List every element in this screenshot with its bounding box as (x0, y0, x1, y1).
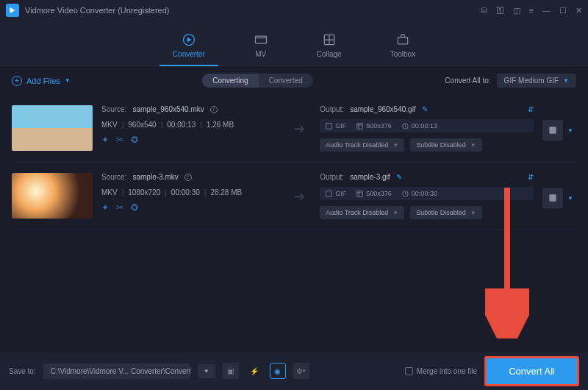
info-icon[interactable]: i (210, 106, 218, 113)
output-format: GIF (335, 190, 346, 197)
output-format-button[interactable]: GIF (542, 120, 563, 141)
svg-rect-3 (398, 38, 407, 44)
audio-track-select[interactable]: Audio Track Disabled▼ (320, 206, 404, 219)
file-item: Source: sample_960x540.mkv i MKV| 960x54… (12, 95, 576, 163)
arrow-icon: ➔ (288, 173, 311, 219)
output-format: GIF (335, 122, 346, 130)
main-nav: Converter MV Collage Toolbox (0, 21, 588, 66)
video-thumbnail[interactable] (12, 105, 93, 151)
svg-rect-10 (357, 191, 363, 196)
enhance-icon[interactable]: ✪ (131, 202, 138, 213)
chevron-down-icon: ▼ (470, 210, 476, 216)
sub-toolbar: + Add Files ▼ Converting Converted Conve… (0, 66, 588, 95)
source-size: 1.26 MB (207, 121, 234, 129)
nav-toolbox[interactable]: Toolbox (384, 29, 421, 65)
output-format-button[interactable]: GIF (542, 188, 563, 208)
add-files-button[interactable]: + Add Files ▼ (12, 76, 71, 86)
audio-track-select[interactable]: Audio Track Disabled▼ (320, 138, 404, 152)
svg-rect-1 (255, 36, 266, 43)
svg-text:GIF: GIF (551, 131, 555, 134)
feedback-icon[interactable]: ◫ (513, 6, 520, 15)
output-label: Output: (320, 173, 344, 181)
nav-converter[interactable]: Converter (167, 29, 211, 65)
format-dropdown-icon[interactable]: ▼ (564, 127, 576, 134)
key-icon[interactable]: ⚿ (496, 6, 504, 15)
add-files-label: Add Files (26, 77, 60, 85)
convert-target-value: GIF Medium GIF (504, 77, 559, 85)
checkbox-icon (405, 367, 413, 375)
output-resolution: 500x376 (366, 122, 392, 130)
nav-mv-label: MV (255, 50, 266, 58)
tab-converted[interactable]: Converted (259, 74, 313, 88)
file-list: Source: sample_960x540.mkv i MKV| 960x54… (0, 95, 588, 230)
source-meta: MKV| 1080x720| 00:00:30| 28.28 MB (101, 188, 279, 196)
source-duration: 00:00:30 (171, 188, 200, 196)
video-thumbnail[interactable] (12, 173, 93, 219)
source-label: Source: (101, 105, 126, 113)
svg-rect-9 (326, 191, 332, 196)
output-info: GIF 500x376 00:00:13 (320, 119, 534, 132)
source-size: 28.28 MB (210, 188, 242, 196)
menu-icon[interactable]: ≡ (529, 6, 534, 15)
source-resolution: 960x540 (128, 121, 156, 129)
svg-text:GIF: GIF (551, 199, 555, 202)
edit-name-icon[interactable]: ✎ (396, 173, 402, 181)
edit-name-icon[interactable]: ✎ (422, 105, 428, 113)
save-path-field[interactable]: C:\Vidmore\Vidmore V... Converter\Conver… (43, 364, 190, 379)
enhance-icon[interactable]: ✪ (131, 135, 138, 145)
source-filename: sample-3.mkv (132, 173, 178, 181)
nav-mv[interactable]: MV (248, 29, 274, 65)
compress-icon[interactable]: ⇵ (528, 105, 534, 113)
save-path-dropdown[interactable]: ▼ (198, 364, 215, 378)
subtitle-select[interactable]: Subtitle Disabled▼ (410, 206, 481, 219)
cut-icon[interactable]: ✂ (116, 135, 123, 145)
maximize-icon[interactable]: ☐ (559, 6, 567, 15)
convert-all-to-label: Convert All to: (445, 77, 490, 85)
lightning-icon[interactable]: ⚡ (246, 363, 262, 379)
source-meta: MKV| 960x540| 00:00:13| 1.26 MB (101, 121, 279, 129)
close-icon[interactable]: ✕ (576, 6, 582, 15)
star-edit-icon[interactable]: ✦ (101, 202, 109, 213)
source-container: MKV (101, 121, 118, 129)
cart-icon[interactable]: ⛁ (481, 6, 487, 15)
merge-label: Merge into one file (417, 367, 477, 375)
footer-bar: Save to: C:\Vidmore\Vidmore V... Convert… (0, 352, 588, 390)
chevron-down-icon: ▼ (392, 210, 398, 216)
source-label: Source: (101, 173, 126, 181)
chevron-down-icon: ▼ (563, 77, 569, 84)
chevron-down-icon: ▼ (392, 142, 398, 149)
open-folder-icon[interactable]: ▣ (223, 363, 239, 379)
convert-target-select[interactable]: GIF Medium GIF ▼ (497, 74, 576, 88)
output-resolution: 500x376 (366, 190, 392, 197)
star-edit-icon[interactable]: ✦ (101, 135, 109, 145)
tab-converting[interactable]: Converting (202, 74, 258, 88)
nav-converter-label: Converter (173, 50, 205, 58)
app-logo-icon (6, 4, 19, 17)
arrow-icon: ➔ (288, 105, 311, 152)
source-filename: sample_960x540.mkv (132, 105, 204, 113)
svg-rect-5 (357, 123, 363, 129)
minimize-icon[interactable]: — (542, 6, 551, 15)
nav-toolbox-label: Toolbox (390, 50, 415, 58)
nav-collage-label: Collage (317, 50, 342, 58)
hw-accel-icon[interactable]: ◉ (270, 363, 286, 379)
nav-collage[interactable]: Collage (311, 29, 348, 65)
output-duration: 00:00:30 (412, 190, 437, 197)
cut-icon[interactable]: ✂ (116, 202, 123, 213)
convert-all-to: Convert All to: GIF Medium GIF ▼ (445, 74, 576, 88)
settings-gear-icon[interactable]: ⚙▾ (293, 363, 309, 379)
file-item: Source: sample-3.mkv i MKV| 1080x720| 00… (12, 163, 576, 230)
convert-all-button[interactable]: Convert All (484, 356, 579, 386)
output-duration: 00:00:13 (412, 122, 437, 130)
subtitle-select[interactable]: Subtitle Disabled▼ (410, 138, 481, 152)
format-dropdown-icon[interactable]: ▼ (564, 195, 576, 202)
output-filename: sample_960x540.gif (350, 105, 416, 113)
info-icon[interactable]: i (184, 174, 192, 181)
source-resolution: 1080x720 (128, 188, 160, 196)
compress-icon[interactable]: ⇵ (528, 173, 534, 181)
source-container: MKV (101, 188, 118, 196)
output-filename: sample-3.gif (350, 173, 390, 181)
output-label: Output: (320, 105, 344, 113)
merge-checkbox[interactable]: Merge into one file (405, 367, 477, 375)
chevron-down-icon: ▼ (470, 142, 476, 149)
